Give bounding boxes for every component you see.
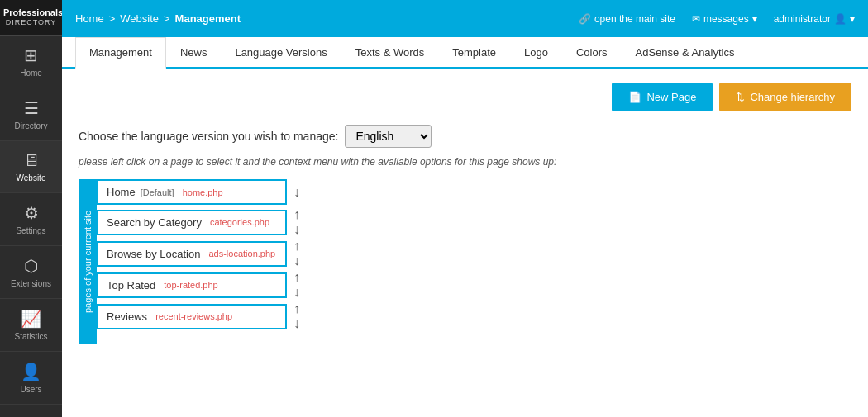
page-file-home: home.php — [183, 187, 223, 197]
sidebar-item-users[interactable]: 👤 Users — [0, 352, 62, 405]
page-name-browse: Browse by Location — [107, 248, 200, 260]
tab-logo[interactable]: Logo — [510, 37, 562, 69]
main-area: Home > Website > Management 🔗 open the m… — [62, 0, 868, 417]
users-icon: 👤 — [21, 362, 41, 381]
page-name-search: Search by Category — [107, 216, 202, 229]
sidebar-item-directory[interactable]: ☰ Directory — [0, 88, 62, 141]
change-hierarchy-button[interactable]: ⇅ Change hierarchy — [719, 83, 851, 111]
arrow-down-reviews[interactable]: ↓ — [293, 317, 300, 330]
tab-management[interactable]: Management — [75, 37, 166, 69]
page-name-reviews: Reviews — [107, 310, 147, 323]
breadcrumb-website[interactable]: Website — [120, 12, 159, 25]
directory-icon: ☰ — [24, 98, 39, 118]
extensions-icon: ⬡ — [24, 256, 38, 276]
admin-chevron-icon: ▾ — [850, 13, 855, 25]
page-item-top-rated[interactable]: Top Rated top-rated.php — [97, 272, 287, 298]
arrow-down-search[interactable]: ↓ — [293, 223, 300, 236]
arrow-up-browse[interactable]: ↑ — [293, 239, 300, 253]
page-tag-home: [Default] — [141, 187, 174, 197]
tab-template[interactable]: Template — [438, 37, 510, 69]
arrow-down-browse[interactable]: ↓ — [293, 254, 300, 268]
instruction-text: please left click on a page to select it… — [79, 156, 851, 168]
sidebar-item-label-website: Website — [17, 173, 46, 182]
settings-icon: ⚙ — [24, 203, 39, 223]
tree-sidebar-label: pages of your current site — [79, 179, 97, 344]
page-arrows-top-rated: ↑ ↓ — [293, 271, 300, 299]
sidebar-item-website[interactable]: 🖥 Website — [0, 141, 62, 193]
language-chooser-row: Choose the language version you wish to … — [79, 125, 851, 148]
tab-texts-words[interactable]: Texts & Words — [341, 37, 439, 69]
tab-language-versions[interactable]: Language Versions — [221, 37, 341, 69]
admin-link[interactable]: administrator 👤 ▾ — [774, 13, 855, 25]
sidebar-item-home[interactable]: ⊞ Home — [0, 36, 62, 88]
table-row: Top Rated top-rated.php ↑ ↓ — [97, 271, 851, 299]
logo-line2: DIRECTORY — [3, 18, 59, 28]
external-link-icon: 🔗 — [579, 13, 591, 25]
breadcrumb-current: Management — [175, 12, 241, 25]
hierarchy-icon: ⇅ — [736, 91, 745, 103]
sidebar-item-label-users: Users — [20, 385, 41, 394]
sidebar-item-label-extensions: Extensions — [11, 279, 51, 288]
page-name-top-rated: Top Rated — [107, 279, 155, 291]
page-file-search: categories.php — [210, 217, 269, 227]
page-arrows-reviews: ↑ ↓ — [293, 302, 300, 330]
statistics-icon: 📈 — [21, 309, 41, 329]
sidebar-item-extensions[interactable]: ⬡ Extensions — [0, 246, 62, 299]
page-arrows-browse: ↑ ↓ — [293, 239, 300, 268]
page-arrows-home: ↓ — [293, 186, 300, 199]
page-body: 📄 New Page ⇅ Change hierarchy Choose the… — [62, 69, 868, 417]
logo-line1: Professionals — [3, 7, 59, 18]
tabs-bar: Management News Language Versions Texts … — [62, 37, 868, 69]
sidebar: Professionals DIRECTORY ⊞ Home ☰ Directo… — [0, 0, 62, 417]
arrow-up-search[interactable]: ↑ — [293, 208, 300, 221]
breadcrumb: Home > Website > Management — [75, 12, 579, 25]
arrow-up-top-rated[interactable]: ↑ — [293, 271, 300, 284]
pages-tree: pages of your current site Home [Default… — [79, 179, 851, 344]
arrow-up-reviews[interactable]: ↑ — [293, 302, 300, 315]
language-select[interactable]: English Spanish French German — [345, 125, 432, 148]
breadcrumb-sep1: > — [109, 12, 116, 25]
sidebar-item-label-directory: Directory — [14, 121, 47, 130]
breadcrumb-home[interactable]: Home — [75, 12, 104, 25]
admin-icon: 👤 — [834, 13, 847, 25]
sidebar-item-label-home: Home — [20, 69, 42, 78]
page-file-reviews: recent-reviews.php — [155, 311, 232, 321]
sidebar-item-statistics[interactable]: 📈 Statistics — [0, 299, 62, 352]
tab-news[interactable]: News — [166, 37, 222, 69]
messages-chevron-icon: ▾ — [752, 13, 757, 25]
table-row: Home [Default] home.php ↓ — [97, 179, 851, 205]
mail-icon: ✉ — [692, 13, 700, 25]
page-name-home: Home — [107, 186, 136, 198]
website-icon: 🖥 — [23, 151, 40, 170]
language-chooser-label: Choose the language version you wish to … — [79, 130, 338, 143]
sidebar-item-label-settings: Settings — [16, 226, 45, 235]
sidebar-logo: Professionals DIRECTORY — [0, 0, 62, 36]
action-buttons-row: 📄 New Page ⇅ Change hierarchy — [79, 83, 851, 111]
page-item-reviews[interactable]: Reviews recent-reviews.php — [97, 304, 287, 329]
page-file-browse: ads-location.php — [208, 249, 275, 258]
home-icon: ⊞ — [24, 45, 38, 65]
page-item-browse-by-location[interactable]: Browse by Location ads-location.php — [97, 241, 287, 267]
new-page-button[interactable]: 📄 New Page — [612, 83, 713, 111]
tree-pages-list: Home [Default] home.php ↓ Search by Cate… — [97, 179, 851, 344]
table-row: Browse by Location ads-location.php ↑ ↓ — [97, 239, 851, 268]
tab-colors[interactable]: Colors — [562, 37, 622, 69]
open-main-site-link[interactable]: 🔗 open the main site — [579, 13, 675, 25]
topbar-actions: 🔗 open the main site ✉ messages ▾ admini… — [579, 13, 855, 25]
topbar: Home > Website > Management 🔗 open the m… — [62, 0, 868, 37]
messages-link[interactable]: ✉ messages ▾ — [692, 13, 757, 25]
page-item-home[interactable]: Home [Default] home.php — [97, 179, 287, 205]
arrow-down-top-rated[interactable]: ↓ — [293, 286, 300, 299]
table-row: Search by Category categories.php ↑ ↓ — [97, 208, 851, 236]
new-page-icon: 📄 — [628, 91, 641, 103]
content-area: Management News Language Versions Texts … — [62, 37, 868, 417]
table-row: Reviews recent-reviews.php ↑ ↓ — [97, 302, 851, 330]
arrow-down-home[interactable]: ↓ — [293, 186, 300, 199]
page-arrows-search: ↑ ↓ — [293, 208, 300, 236]
sidebar-item-label-statistics: Statistics — [14, 332, 47, 341]
breadcrumb-sep2: > — [164, 12, 170, 25]
sidebar-item-settings[interactable]: ⚙ Settings — [0, 193, 62, 246]
page-file-top-rated: top-rated.php — [164, 280, 217, 290]
tab-adsense-analytics[interactable]: AdSense & Analytics — [622, 37, 749, 69]
page-item-search-by-category[interactable]: Search by Category categories.php — [97, 210, 287, 235]
